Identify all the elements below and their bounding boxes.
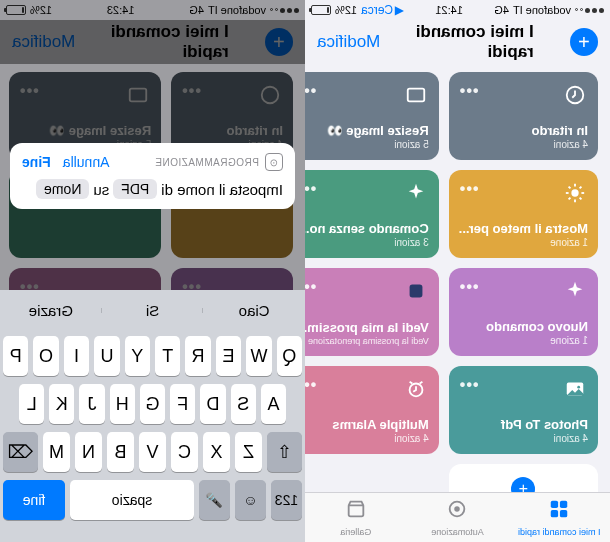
key-l[interactable]: L — [19, 384, 44, 424]
key-p[interactable]: P — [3, 336, 28, 376]
key-t[interactable]: T — [155, 336, 180, 376]
tab-my-shortcuts[interactable]: I miei comandi rapidi — [508, 493, 610, 542]
variable-pill-pdf[interactable]: PDF — [113, 179, 157, 199]
key-r[interactable]: R — [185, 336, 210, 376]
suggestion-word[interactable]: Si — [102, 302, 204, 319]
tab-gallery[interactable]: Galleria — [305, 493, 407, 542]
shortcut-card[interactable]: ••• Resize Image 👀5 azioni — [305, 72, 439, 160]
clock-icon — [562, 82, 588, 108]
ios-keyboard: Q W E R T Y U I O P A S D F G H J K L ⇧ … — [0, 330, 305, 542]
key-k[interactable]: K — [49, 384, 74, 424]
variable-pill-name[interactable]: Nome — [36, 179, 89, 199]
phone-right: vodafone IT 4G 14:21 ◀Cerca 12% + I miei… — [305, 0, 610, 542]
card-menu-icon[interactable]: ••• — [459, 278, 479, 296]
status-bar: vodafone IT 4G 14:21 ◀Cerca 12% — [305, 0, 610, 20]
key-numbers[interactable]: 123 — [271, 480, 302, 520]
back-to-search[interactable]: ◀Cerca — [361, 3, 404, 17]
key-h[interactable]: H — [110, 384, 135, 424]
key-g[interactable]: G — [140, 384, 165, 424]
svg-line-10 — [569, 187, 571, 189]
app-icon — [403, 278, 429, 304]
phone-left: vodafone IT 4G 14:23 12% + I miei comand… — [0, 0, 305, 542]
sparkle-icon — [562, 278, 588, 304]
plus-icon: + — [511, 477, 535, 492]
svg-point-2 — [571, 189, 578, 196]
key-b[interactable]: B — [107, 432, 134, 472]
key-j[interactable]: J — [79, 384, 104, 424]
key-q[interactable]: Q — [277, 336, 302, 376]
nav-bar: + I miei comandi rapidi Modifica — [305, 20, 610, 64]
done-button[interactable]: Fine — [22, 154, 51, 170]
card-menu-icon[interactable]: ••• — [305, 82, 316, 100]
key-x[interactable]: X — [203, 432, 230, 472]
shortcuts-grid-container: ••• In ritardo4 azioni ••• Resize Image … — [305, 64, 610, 492]
shortcut-card[interactable]: ••• Multiple Alarms4 azioni — [305, 366, 439, 454]
key-u[interactable]: U — [94, 336, 119, 376]
shortcut-card[interactable]: ••• Comando senza no...3 azioni — [305, 170, 439, 258]
card-menu-icon[interactable]: ••• — [459, 376, 479, 394]
key-o[interactable]: O — [33, 336, 58, 376]
suggestion-word[interactable]: Ciao — [203, 302, 305, 319]
key-i[interactable]: I — [64, 336, 89, 376]
shortcut-card[interactable]: ••• Mostra il meteo per...1 azione — [449, 170, 598, 258]
svg-rect-17 — [560, 510, 567, 517]
key-c[interactable]: C — [171, 432, 198, 472]
page-title: I miei comandi rapidi — [381, 22, 534, 62]
svg-rect-15 — [560, 501, 567, 508]
cancel-button[interactable]: Annulla — [63, 154, 110, 170]
grid-icon — [548, 498, 570, 525]
shortcut-card[interactable]: ••• In ritardo4 azioni — [449, 72, 598, 160]
key-backspace[interactable]: ⌫ — [3, 432, 38, 472]
key-shift[interactable]: ⇧ — [267, 432, 302, 472]
key-w[interactable]: W — [246, 336, 271, 376]
card-menu-icon[interactable]: ••• — [305, 180, 316, 198]
add-button[interactable]: + — [570, 28, 598, 56]
battery-icon — [311, 5, 331, 15]
keyboard-suggestion-bar: Ciao Si Grazie — [0, 290, 305, 330]
key-s[interactable]: S — [231, 384, 256, 424]
key-f[interactable]: F — [170, 384, 195, 424]
tab-automation[interactable]: Automazione — [407, 493, 509, 542]
scripting-icon: ⊙ — [265, 153, 283, 171]
svg-line-7 — [580, 187, 582, 189]
svg-point-13 — [577, 386, 580, 389]
shortcut-card[interactable]: ••• Photos To Pdf4 azioni — [449, 366, 598, 454]
key-y[interactable]: Y — [125, 336, 150, 376]
key-d[interactable]: D — [200, 384, 225, 424]
key-v[interactable]: V — [139, 432, 166, 472]
tab-bar: I miei comandi rapidi Automazione Galler… — [305, 492, 610, 542]
svg-line-9 — [580, 198, 582, 200]
card-menu-icon[interactable]: ••• — [305, 376, 316, 394]
key-space[interactable]: spazio — [70, 480, 194, 520]
carrier-label: vodafone IT — [513, 4, 571, 16]
key-n[interactable]: N — [75, 432, 102, 472]
key-m[interactable]: M — [43, 432, 70, 472]
key-return[interactable]: fine — [3, 480, 65, 520]
shortcut-card[interactable]: ••• Nuovo comando1 azione — [449, 268, 598, 356]
category-label: PROGRAMMAZIONE — [155, 157, 259, 168]
gallery-icon — [345, 498, 367, 525]
key-emoji[interactable]: ☺ — [235, 480, 266, 520]
image-icon — [562, 376, 588, 402]
automation-icon — [447, 498, 469, 525]
sun-icon — [562, 180, 588, 206]
edit-button[interactable]: Modifica — [317, 32, 380, 52]
key-mic[interactable]: 🎤 — [199, 480, 230, 520]
card-menu-icon[interactable]: ••• — [459, 82, 479, 100]
shortcut-card[interactable]: ••• Vedi la mia prossim...Vedi la prossi… — [305, 268, 439, 356]
card-menu-icon[interactable]: ••• — [459, 180, 479, 198]
suggestion-word[interactable]: Grazie — [0, 302, 102, 319]
key-z[interactable]: Z — [235, 432, 262, 472]
key-a[interactable]: A — [261, 384, 286, 424]
battery-percent: 12% — [335, 4, 357, 16]
create-shortcut-card[interactable]: + Crea comando rapido — [449, 464, 598, 492]
alarm-icon — [403, 376, 429, 402]
svg-rect-11 — [409, 285, 422, 298]
network-label: 4G — [494, 4, 509, 16]
card-menu-icon[interactable]: ••• — [305, 278, 316, 296]
svg-line-8 — [569, 198, 571, 200]
key-e[interactable]: E — [216, 336, 241, 376]
svg-rect-1 — [407, 89, 424, 102]
action-text-row: Imposta il nome di PDF su Nome — [22, 179, 283, 199]
rename-action-sheet: ⊙ PROGRAMMAZIONE Annulla Fine Imposta il… — [10, 143, 295, 209]
